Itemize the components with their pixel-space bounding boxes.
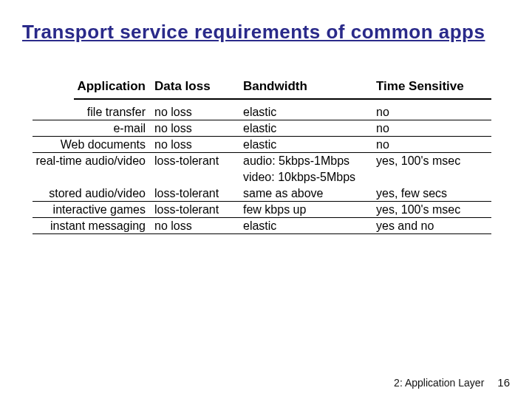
cells-timesensitive: no no no yes, 100's msec yes, few secs y… bbox=[373, 100, 491, 234]
cell-app: instant messaging bbox=[33, 218, 151, 234]
cell-loss bbox=[151, 169, 240, 185]
cell-app: e-mail bbox=[33, 120, 151, 137]
cell-loss: loss-tolerant bbox=[151, 202, 240, 218]
cell-bw: elastic bbox=[240, 137, 373, 153]
cell-time: yes, 100's msec bbox=[373, 202, 491, 218]
cell-loss: no loss bbox=[151, 218, 240, 234]
cell-app: Web documents bbox=[33, 137, 151, 153]
footer-page-number: 16 bbox=[497, 376, 510, 389]
cell-loss: loss-tolerant bbox=[151, 153, 240, 169]
cells-application: file transfer e-mail Web documents real-… bbox=[33, 100, 151, 234]
cell-bw: same as above bbox=[240, 185, 373, 202]
cell-loss: no loss bbox=[151, 104, 240, 120]
cell-bw: few kbps up bbox=[240, 202, 373, 218]
cell-bw: elastic bbox=[240, 104, 373, 120]
cell-bw: elastic bbox=[240, 218, 373, 234]
cells-bandwidth: elastic elastic elastic audio: 5kbps-1Mb… bbox=[240, 100, 373, 234]
col-timesensitive: Time Sensitive no no no yes, 100's msec … bbox=[373, 76, 491, 234]
slide: Transport service requirements of common… bbox=[0, 0, 532, 399]
col-dataloss: Data loss no loss no loss no loss loss-t… bbox=[151, 76, 240, 234]
cell-loss: no loss bbox=[151, 120, 240, 137]
footer-chapter: 2: Application Layer bbox=[394, 377, 484, 389]
cell-app: interactive games bbox=[33, 202, 151, 218]
cell-time: no bbox=[373, 120, 491, 137]
cell-app: real-time audio/video bbox=[33, 153, 151, 169]
slide-title: Transport service requirements of common… bbox=[22, 21, 510, 44]
cell-time: no bbox=[373, 137, 491, 153]
th-application: Application bbox=[74, 76, 151, 100]
cell-app: stored audio/video bbox=[33, 185, 151, 202]
cells-dataloss: no loss no loss no loss loss-tolerant lo… bbox=[151, 100, 240, 234]
cell-app bbox=[33, 169, 151, 185]
cell-bw: elastic bbox=[240, 120, 373, 137]
cell-time: no bbox=[373, 104, 491, 120]
cell-time: yes, few secs bbox=[373, 185, 491, 202]
cell-loss: loss-tolerant bbox=[151, 185, 240, 202]
col-application: Application file transfer e-mail Web doc… bbox=[22, 76, 151, 234]
cell-bw: video: 10kbps-5Mbps bbox=[240, 169, 373, 185]
requirements-table: Application file transfer e-mail Web doc… bbox=[22, 76, 510, 234]
cell-bw: audio: 5kbps-1Mbps bbox=[240, 153, 373, 169]
th-bandwidth: Bandwidth bbox=[240, 76, 373, 100]
cell-app: file transfer bbox=[33, 104, 151, 120]
th-dataloss: Data loss bbox=[151, 76, 240, 100]
slide-footer: 2: Application Layer 16 bbox=[394, 376, 510, 389]
th-timesensitive: Time Sensitive bbox=[373, 76, 491, 100]
cell-time bbox=[373, 169, 491, 185]
cell-time: yes and no bbox=[373, 218, 491, 234]
col-bandwidth: Bandwidth elastic elastic elastic audio:… bbox=[240, 76, 373, 234]
cell-time: yes, 100's msec bbox=[373, 153, 491, 169]
cell-loss: no loss bbox=[151, 137, 240, 153]
